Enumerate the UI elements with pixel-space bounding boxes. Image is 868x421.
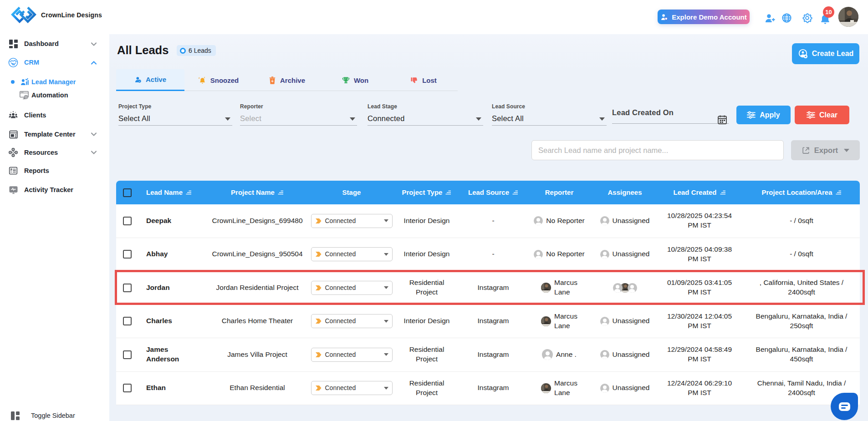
svg-text:z: z bbox=[204, 76, 205, 79]
svg-text:z: z bbox=[199, 76, 200, 79]
